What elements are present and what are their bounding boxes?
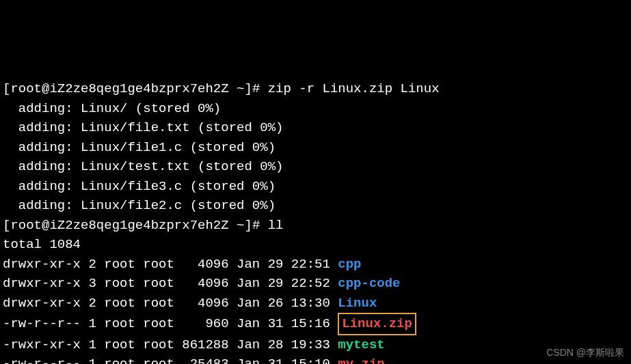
prompt-line: [root@iZ2ze8qeg1ge4bzprx7eh2Z ~]# zip -r… (3, 79, 628, 99)
ls-filename: Linux (338, 296, 377, 311)
ls-filename: mytest (338, 337, 384, 352)
watermark: CSDN @李斯啦果 (546, 346, 624, 360)
terminal-output[interactable]: [root@iZ2ze8qeg1ge4bzprx7eh2Z ~]# zip -r… (3, 79, 628, 364)
ls-row: -rw-r--r-- 1 root root 960 Jan 31 15:16 … (3, 313, 628, 335)
ls-filename: my.zip (338, 356, 384, 364)
zip-output-line: adding: Linux/file2.c (stored 0%) (3, 196, 628, 216)
ls-meta: drwxr-xr-x 2 root root 4096 Jan 29 22:51 (3, 257, 338, 272)
prompt-line: [root@iZ2ze8qeg1ge4bzprx7eh2Z ~]# ll (3, 216, 628, 236)
zip-output-line: adding: Linux/file3.c (stored 0%) (3, 177, 628, 197)
ls-filename: cpp (338, 257, 361, 272)
zip-output-line: adding: Linux/test.txt (stored 0%) (3, 157, 628, 177)
ls-meta: -rwxr-xr-x 1 root root 861288 Jan 28 19:… (3, 337, 338, 352)
command-text: zip -r Linux.zip Linux (268, 81, 440, 96)
ls-row: drwxr-xr-x 2 root root 4096 Jan 26 13:30… (3, 294, 628, 313)
ls-row: -rwxr-xr-x 1 root root 861288 Jan 28 19:… (3, 335, 628, 355)
ls-filename: cpp-code (338, 276, 400, 291)
zip-output-line: adding: Linux/ (stored 0%) (3, 99, 628, 119)
ls-row: -rw-r--r-- 1 root root 25483 Jan 31 15:1… (3, 354, 628, 364)
zip-output-line: adding: Linux/file1.c (stored 0%) (3, 138, 628, 158)
ls-row: drwxr-xr-x 2 root root 4096 Jan 29 22:51… (3, 255, 628, 275)
ls-total-line: total 1084 (3, 235, 628, 255)
command-text: ll (268, 218, 284, 233)
zip-output-line: adding: Linux/file.txt (stored 0%) (3, 118, 628, 138)
ls-filename: Linux.zip (338, 313, 416, 335)
ls-meta: drwxr-xr-x 3 root root 4096 Jan 29 22:52 (3, 276, 338, 291)
ls-meta: drwxr-xr-x 2 root root 4096 Jan 26 13:30 (3, 296, 338, 311)
ls-meta: -rw-r--r-- 1 root root 25483 Jan 31 15:1… (3, 356, 338, 364)
ls-row: drwxr-xr-x 3 root root 4096 Jan 29 22:52… (3, 274, 628, 294)
ls-meta: -rw-r--r-- 1 root root 960 Jan 31 15:16 (3, 316, 338, 331)
